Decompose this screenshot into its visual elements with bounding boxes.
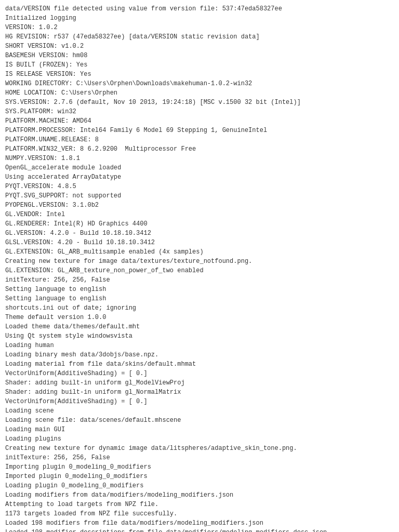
log-line: PYQT.VERSION: 4.8.5 <box>5 182 394 191</box>
log-line: BASEMESH VERSION: hm08 <box>5 51 394 60</box>
log-line: NUMPY.VERSION: 1.8.1 <box>5 154 394 163</box>
log-line: GL.EXTENSION: GL_ARB_texture_non_power_o… <box>5 266 394 275</box>
log-line: data/VERSION file detected using value f… <box>5 4 394 14</box>
log-line: Loading binary mesh data/3dobjs/base.npz… <box>5 350 394 360</box>
log-line: Shader: adding built-in uniform gl_Model… <box>5 378 394 388</box>
log-line: HOME LOCATION: C:\Users\Orphen <box>5 88 394 98</box>
log-line: Loading human <box>5 341 394 350</box>
log-line: HG REVISION: r537 (47eda58327ee) [data/V… <box>5 32 394 42</box>
log-line: Loading modifiers from data/modifiers/mo… <box>5 490 394 500</box>
log-line: Theme default version 1.0.0 <box>5 313 394 322</box>
log-line: Creating new texture for dynamic image d… <box>5 444 394 453</box>
log-line: Loaded theme data/themes/default.mht <box>5 322 394 331</box>
log-line: GL.VENDOR: Intel <box>5 210 394 219</box>
log-line: Setting language to english <box>5 294 394 303</box>
log-line: PYQT.SVG_SUPPORT: not supported <box>5 191 394 201</box>
log-line: IS BUILT (FROZEN): Yes <box>5 60 394 70</box>
log-line: GLSL.VERSION: 4.20 - Build 10.18.10.3412 <box>5 238 394 247</box>
log-line: PLATFORM.PROCESSOR: Intel64 Family 6 Mod… <box>5 126 394 135</box>
log-line: Attempting to load targets from NPZ file… <box>5 500 394 509</box>
log-line: 1173 targets loaded from NPZ file succes… <box>5 509 394 518</box>
log-line: IS RELEASE VERSION: Yes <box>5 70 394 79</box>
log-line: initTexture: 256, 256, False <box>5 453 394 462</box>
log-line: VERSION: 1.0.2 <box>5 23 394 32</box>
log-line: Loaded 198 modifier descriptions from fi… <box>5 528 394 532</box>
log-line: Loading material from file data/skins/de… <box>5 360 394 369</box>
log-line: VectorUniform(AdditiveShading) = [ 0.] <box>5 369 394 378</box>
log-line: VectorUniform(AdditiveShading) = [ 0.] <box>5 397 394 406</box>
log-output: data/VERSION file detected using value f… <box>0 0 399 532</box>
log-line: Importing plugin 0_modeling_0_modifiers <box>5 462 394 472</box>
log-line: WORKING DIRECTORY: C:\Users\Orphen\Downl… <box>5 79 394 88</box>
log-line: PLATFORM.MACHINE: AMD64 <box>5 116 394 126</box>
log-line: Initialized logging <box>5 14 394 23</box>
log-line: initTexture: 256, 256, False <box>5 275 394 285</box>
log-line: SHORT VERSION: v1.0.2 <box>5 42 394 51</box>
log-line: PLATFORM.WIN32_VER: 8 6.2.9200 Multiproc… <box>5 144 394 154</box>
log-line: GL.RENDERER: Intel(R) HD Graphics 4400 <box>5 219 394 229</box>
log-line: Using accelerated ArrayDatatype <box>5 172 394 182</box>
log-line: Loading scene file: data/scenes/default.… <box>5 416 394 425</box>
log-line: Shader: adding built-in uniform gl_Norma… <box>5 388 394 397</box>
log-line: Loading plugin 0_modeling_0_modifiers <box>5 481 394 490</box>
log-line: Loaded 198 modifiers from file data/modi… <box>5 518 394 528</box>
log-line: Using Qt system style windowsvista <box>5 331 394 341</box>
log-line: Imported plugin 0_modeling_0_modifiers <box>5 472 394 481</box>
log-line: Creating new texture for image data/text… <box>5 257 394 266</box>
log-line: Loading main GUI <box>5 425 394 434</box>
log-line: GL.VERSION: 4.2.0 - Build 10.18.10.3412 <box>5 229 394 238</box>
log-line: shortcuts.ini out of date; ignoring <box>5 303 394 313</box>
log-line: SYS.PLATFORM: win32 <box>5 107 394 116</box>
log-line: Setting language to english <box>5 285 394 294</box>
log-line: GL.EXTENSION: GL_ARB_multisample enabled… <box>5 247 394 257</box>
log-line: OpenGL_accelerate module loaded <box>5 163 394 172</box>
log-line: PLATFORM.UNAME.RELEASE: 8 <box>5 135 394 144</box>
log-line: Loading plugins <box>5 434 394 444</box>
log-line: PYOPENGL.VERSION: 3.1.0b2 <box>5 201 394 210</box>
log-line: Loading scene <box>5 406 394 416</box>
log-line: SYS.VERSION: 2.7.6 (default, Nov 10 2013… <box>5 98 394 107</box>
